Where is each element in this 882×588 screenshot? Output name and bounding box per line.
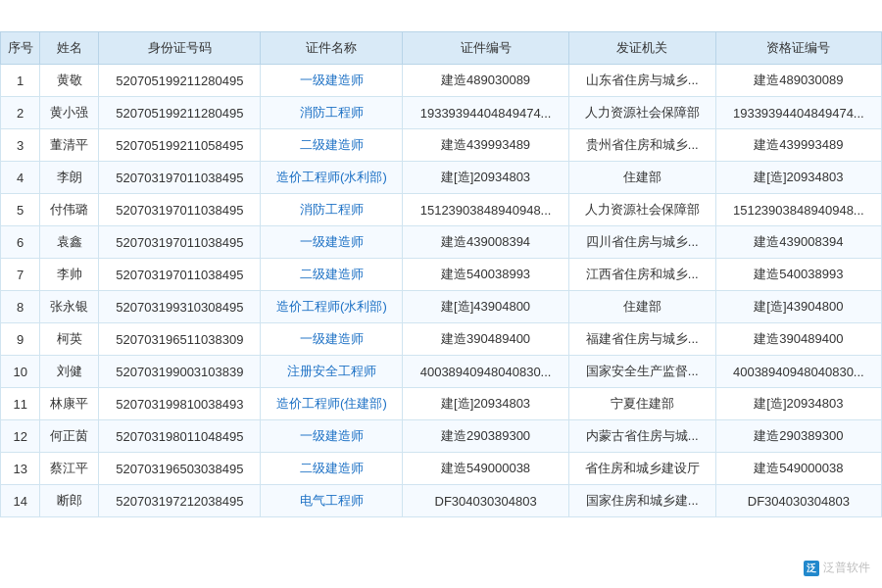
certno-cell: 建造439008394 [403, 226, 568, 259]
qualno-cell: 建造540038993 [715, 259, 881, 291]
seq-cell: 3 [1, 129, 40, 162]
seq-cell: 10 [1, 356, 40, 388]
issuer-cell: 住建部 [568, 162, 715, 194]
col-header-2: 身份证号码 [99, 32, 261, 65]
qualno-cell: 建造390489400 [715, 323, 881, 356]
name-cell: 袁鑫 [40, 226, 99, 259]
idcard-cell: 520703199003103839 [99, 356, 261, 388]
name-cell: 张永银 [40, 291, 99, 323]
issuer-cell: 省住房和城乡建设厅 [568, 453, 715, 485]
name-cell: 黄小强 [40, 97, 99, 129]
certname-cell[interactable]: 造价工程师(水利部) [261, 162, 403, 194]
name-cell: 付伟璐 [40, 194, 99, 226]
issuer-cell: 江西省住房和城乡... [568, 259, 715, 291]
issuer-cell: 国家安全生产监督... [568, 356, 715, 388]
table-row: 10刘健520703199003103839注册安全工程师40038940948… [1, 356, 882, 388]
certno-cell: 建造540038993 [403, 259, 568, 291]
table-row: 9柯英520703196511038309一级建造师建造390489400福建省… [1, 323, 882, 356]
certname-cell[interactable]: 消防工程师 [261, 194, 403, 226]
qualno-cell: 建[造]20934803 [715, 388, 881, 420]
qualno-cell: 40038940948040830... [715, 356, 881, 388]
certname-cell[interactable]: 一级建造师 [261, 226, 403, 259]
seq-cell: 5 [1, 194, 40, 226]
certname-cell[interactable]: 注册安全工程师 [261, 356, 403, 388]
name-cell: 蔡江平 [40, 453, 99, 485]
table-row: 6袁鑫520703197011038495一级建造师建造439008394四川省… [1, 226, 882, 259]
table-row: 8张永银520703199310308495造价工程师(水利部)建[造]4390… [1, 291, 882, 323]
idcard-cell: 520705199211280495 [99, 97, 261, 129]
col-header-3: 证件名称 [261, 32, 403, 65]
qualno-cell: 建[造]20934803 [715, 162, 881, 194]
idcard-cell: 520705199211058495 [99, 129, 261, 162]
seq-cell: 8 [1, 291, 40, 323]
qualno-cell: 建[造]43904800 [715, 291, 881, 323]
name-cell: 李帅 [40, 259, 99, 291]
idcard-cell: 520703197212038495 [99, 485, 261, 517]
certno-cell: 建造290389300 [403, 420, 568, 453]
certno-cell: 建造439993489 [403, 129, 568, 162]
col-header-5: 发证机关 [568, 32, 715, 65]
certno-cell: 建造549000038 [403, 453, 568, 485]
certname-cell[interactable]: 造价工程师(水利部) [261, 291, 403, 323]
certname-cell[interactable]: 二级建造师 [261, 129, 403, 162]
qualno-cell: 15123903848940948... [715, 194, 881, 226]
certname-cell[interactable]: 二级建造师 [261, 453, 403, 485]
certname-cell[interactable]: 一级建造师 [261, 323, 403, 356]
seq-cell: 13 [1, 453, 40, 485]
qualno-cell: 建造439993489 [715, 129, 881, 162]
certno-cell: 建[造]20934803 [403, 388, 568, 420]
certno-cell: 15123903848940948... [403, 194, 568, 226]
seq-cell: 12 [1, 420, 40, 453]
table-row: 2黄小强520705199211280495消防工程师1933939440484… [1, 97, 882, 129]
seq-cell: 1 [1, 65, 40, 97]
col-header-4: 证件编号 [403, 32, 568, 65]
idcard-cell: 520703196511038309 [99, 323, 261, 356]
issuer-cell: 四川省住房与城乡... [568, 226, 715, 259]
idcard-cell: 520703197011038495 [99, 194, 261, 226]
qualno-cell: 建造439008394 [715, 226, 881, 259]
watermark-text: 泛普软件 [823, 560, 870, 576]
certname-cell[interactable]: 二级建造师 [261, 259, 403, 291]
table-row: 12何正茵520703198011048495一级建造师建造290389300内… [1, 420, 882, 453]
col-header-1: 姓名 [40, 32, 99, 65]
name-cell: 柯英 [40, 323, 99, 356]
qualno-cell: DF304030304803 [715, 485, 881, 517]
name-cell: 林康平 [40, 388, 99, 420]
table-row: 13蔡江平520703196503038495二级建造师建造549000038省… [1, 453, 882, 485]
certname-cell[interactable]: 一级建造师 [261, 65, 403, 97]
table-row: 4李朗520703197011038495造价工程师(水利部)建[造]20934… [1, 162, 882, 194]
table-row: 14断郎520703197212038495电气工程师DF30403030480… [1, 485, 882, 517]
name-cell: 黄敬 [40, 65, 99, 97]
header-row: 序号姓名身份证号码证件名称证件编号发证机关资格证编号 [1, 32, 882, 65]
idcard-cell: 520703197011038495 [99, 226, 261, 259]
page-container: 序号姓名身份证号码证件名称证件编号发证机关资格证编号 1黄敬5207051992… [0, 0, 882, 588]
certno-cell: 建[造]20934803 [403, 162, 568, 194]
certno-cell: DF304030304803 [403, 485, 568, 517]
col-header-0: 序号 [1, 32, 40, 65]
cert-table: 序号姓名身份证号码证件名称证件编号发证机关资格证编号 1黄敬5207051992… [0, 31, 882, 517]
idcard-cell: 520703196503038495 [99, 453, 261, 485]
seq-cell: 7 [1, 259, 40, 291]
watermark-logo: 泛 [804, 561, 819, 576]
name-cell: 何正茵 [40, 420, 99, 453]
seq-cell: 4 [1, 162, 40, 194]
seq-cell: 14 [1, 485, 40, 517]
certname-cell[interactable]: 电气工程师 [261, 485, 403, 517]
issuer-cell: 人力资源社会保障部 [568, 194, 715, 226]
seq-cell: 11 [1, 388, 40, 420]
table-row: 3董清平520705199211058495二级建造师建造439993489贵州… [1, 129, 882, 162]
certname-cell[interactable]: 造价工程师(住建部) [261, 388, 403, 420]
issuer-cell: 贵州省住房和城乡... [568, 129, 715, 162]
certname-cell[interactable]: 一级建造师 [261, 420, 403, 453]
idcard-cell: 520703199810038493 [99, 388, 261, 420]
idcard-cell: 520703199310308495 [99, 291, 261, 323]
table-body: 1黄敬520705199211280495一级建造师建造489030089山东省… [1, 65, 882, 517]
seq-cell: 2 [1, 97, 40, 129]
certname-cell[interactable]: 消防工程师 [261, 97, 403, 129]
table-row: 1黄敬520705199211280495一级建造师建造489030089山东省… [1, 65, 882, 97]
col-header-6: 资格证编号 [715, 32, 881, 65]
name-cell: 李朗 [40, 162, 99, 194]
table-header: 序号姓名身份证号码证件名称证件编号发证机关资格证编号 [1, 32, 882, 65]
qualno-cell: 建造549000038 [715, 453, 881, 485]
qualno-cell: 建造290389300 [715, 420, 881, 453]
